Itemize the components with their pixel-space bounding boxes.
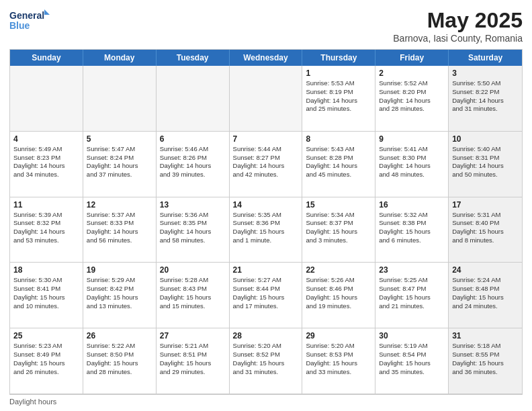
cell-date: 20 [160,265,226,275]
calendar-cell-1: 1Sunrise: 5:53 AM Sunset: 8:19 PM Daylig… [302,66,375,132]
title-area: May 2025 Barnova, Iasi County, Romania [393,8,523,44]
calendar-cell-empty [10,66,83,132]
cell-date: 23 [379,265,445,275]
day-header-wednesday: Wednesday [230,50,303,66]
cell-info: Sunrise: 5:41 AM Sunset: 8:30 PM Dayligh… [379,145,445,179]
calendar-cell-6: 6Sunrise: 5:46 AM Sunset: 8:26 PM Daylig… [157,132,230,197]
cell-info: Sunrise: 5:47 AM Sunset: 8:24 PM Dayligh… [87,145,152,179]
cell-date: 12 [87,200,152,210]
cell-date: 28 [233,331,299,340]
svg-marker-2 [44,9,50,15]
cell-info: Sunrise: 5:28 AM Sunset: 8:43 PM Dayligh… [160,276,226,310]
cell-info: Sunrise: 5:39 AM Sunset: 8:32 PM Dayligh… [13,211,79,245]
cell-info: Sunrise: 5:21 AM Sunset: 8:51 PM Dayligh… [160,342,226,376]
calendar-container: General Blue May 2025 Barnova, Iasi Coun… [0,0,532,411]
calendar-cell-17: 17Sunrise: 5:31 AM Sunset: 8:40 PM Dayli… [449,197,522,263]
cell-info: Sunrise: 5:29 AM Sunset: 8:42 PM Dayligh… [87,276,152,310]
cell-date: 14 [233,200,299,210]
calendar-cell-21: 21Sunrise: 5:27 AM Sunset: 8:44 PM Dayli… [230,263,303,328]
cell-date: 7 [233,134,299,144]
cell-info: Sunrise: 5:19 AM Sunset: 8:54 PM Dayligh… [379,342,445,376]
day-header-thursday: Thursday [302,50,375,66]
calendar-cell-19: 19Sunrise: 5:29 AM Sunset: 8:42 PM Dayli… [83,263,157,328]
calendar-cell-11: 11Sunrise: 5:39 AM Sunset: 8:32 PM Dayli… [10,197,83,263]
cell-date: 25 [13,331,79,340]
cell-date: 27 [160,331,226,340]
svg-text:General: General [9,10,44,21]
cell-info: Sunrise: 5:40 AM Sunset: 8:31 PM Dayligh… [452,145,519,179]
calendar-cell-31: 31Sunrise: 5:18 AM Sunset: 8:55 PM Dayli… [449,328,522,394]
calendar-cell-20: 20Sunrise: 5:28 AM Sunset: 8:43 PM Dayli… [157,263,230,328]
day-headers: SundayMondayTuesdayWednesdayThursdayFrid… [10,50,522,66]
cell-date: 10 [452,134,519,144]
calendar-cell-23: 23Sunrise: 5:25 AM Sunset: 8:47 PM Dayli… [375,263,449,328]
cell-info: Sunrise: 5:20 AM Sunset: 8:53 PM Dayligh… [306,342,371,376]
day-header-friday: Friday [375,50,449,66]
calendar-cell-30: 30Sunrise: 5:19 AM Sunset: 8:54 PM Dayli… [375,328,449,394]
cell-info: Sunrise: 5:27 AM Sunset: 8:44 PM Dayligh… [233,276,299,310]
calendar-cell-empty [230,66,303,132]
calendar-cell-5: 5Sunrise: 5:47 AM Sunset: 8:24 PM Daylig… [83,132,157,197]
logo: General Blue [9,8,50,32]
calendar-cell-8: 8Sunrise: 5:43 AM Sunset: 8:28 PM Daylig… [302,132,375,197]
day-header-sunday: Sunday [10,50,83,66]
calendar-grid: 1Sunrise: 5:53 AM Sunset: 8:19 PM Daylig… [10,66,522,394]
cell-date: 29 [306,331,371,340]
cell-date: 30 [379,331,445,340]
cell-info: Sunrise: 5:34 AM Sunset: 8:37 PM Dayligh… [306,211,371,245]
cell-info: Sunrise: 5:30 AM Sunset: 8:41 PM Dayligh… [13,276,79,310]
cell-info: Sunrise: 5:36 AM Sunset: 8:35 PM Dayligh… [160,211,226,245]
calendar-cell-29: 29Sunrise: 5:20 AM Sunset: 8:53 PM Dayli… [302,328,375,394]
cell-info: Sunrise: 5:23 AM Sunset: 8:49 PM Dayligh… [13,342,79,376]
cell-info: Sunrise: 5:32 AM Sunset: 8:38 PM Dayligh… [379,211,445,245]
calendar-cell-10: 10Sunrise: 5:40 AM Sunset: 8:31 PM Dayli… [449,132,522,197]
cell-date: 9 [379,134,445,144]
subtitle: Barnova, Iasi County, Romania [393,33,523,44]
calendar-cell-27: 27Sunrise: 5:21 AM Sunset: 8:51 PM Dayli… [157,328,230,394]
calendar-cell-empty [157,66,230,132]
cell-date: 11 [13,200,79,210]
cell-date: 24 [452,265,519,275]
calendar-cell-2: 2Sunrise: 5:52 AM Sunset: 8:20 PM Daylig… [375,66,449,132]
cell-info: Sunrise: 5:46 AM Sunset: 8:26 PM Dayligh… [160,145,226,179]
cell-date: 2 [379,68,445,78]
calendar-cell-14: 14Sunrise: 5:35 AM Sunset: 8:36 PM Dayli… [230,197,303,263]
cell-date: 3 [452,68,519,78]
cell-date: 1 [306,68,371,78]
calendar-cell-12: 12Sunrise: 5:37 AM Sunset: 8:33 PM Dayli… [83,197,157,263]
cell-info: Sunrise: 5:26 AM Sunset: 8:46 PM Dayligh… [306,276,371,310]
cell-info: Sunrise: 5:22 AM Sunset: 8:50 PM Dayligh… [87,342,152,376]
cell-info: Sunrise: 5:35 AM Sunset: 8:36 PM Dayligh… [233,211,299,245]
calendar-cell-9: 9Sunrise: 5:41 AM Sunset: 8:30 PM Daylig… [375,132,449,197]
cell-date: 5 [87,134,152,144]
cell-date: 18 [13,265,79,275]
calendar-cell-28: 28Sunrise: 5:20 AM Sunset: 8:52 PM Dayli… [230,328,303,394]
calendar-cell-24: 24Sunrise: 5:24 AM Sunset: 8:48 PM Dayli… [449,263,522,328]
day-header-monday: Monday [83,50,157,66]
cell-info: Sunrise: 5:20 AM Sunset: 8:52 PM Dayligh… [233,342,299,376]
cell-date: 22 [306,265,371,275]
logo-svg: General Blue [9,8,50,32]
cell-info: Sunrise: 5:18 AM Sunset: 8:55 PM Dayligh… [452,342,519,376]
cell-date: 21 [233,265,299,275]
calendar-cell-empty [83,66,157,132]
cell-date: 16 [379,200,445,210]
calendar-cell-25: 25Sunrise: 5:23 AM Sunset: 8:49 PM Dayli… [10,328,83,394]
cell-date: 19 [87,265,152,275]
calendar-cell-16: 16Sunrise: 5:32 AM Sunset: 8:38 PM Dayli… [375,197,449,263]
calendar-cell-26: 26Sunrise: 5:22 AM Sunset: 8:50 PM Dayli… [83,328,157,394]
footer: Daylight hours [9,398,523,406]
cell-info: Sunrise: 5:53 AM Sunset: 8:19 PM Dayligh… [306,79,371,113]
cell-info: Sunrise: 5:50 AM Sunset: 8:22 PM Dayligh… [452,79,519,113]
calendar: SundayMondayTuesdayWednesdayThursdayFrid… [9,49,523,395]
cell-date: 8 [306,134,371,144]
header: General Blue May 2025 Barnova, Iasi Coun… [9,8,523,44]
calendar-cell-22: 22Sunrise: 5:26 AM Sunset: 8:46 PM Dayli… [302,263,375,328]
cell-info: Sunrise: 5:44 AM Sunset: 8:27 PM Dayligh… [233,145,299,179]
calendar-cell-18: 18Sunrise: 5:30 AM Sunset: 8:41 PM Dayli… [10,263,83,328]
cell-date: 26 [87,331,152,340]
calendar-cell-7: 7Sunrise: 5:44 AM Sunset: 8:27 PM Daylig… [230,132,303,197]
cell-date: 17 [452,200,519,210]
main-title: May 2025 [393,8,523,33]
cell-info: Sunrise: 5:31 AM Sunset: 8:40 PM Dayligh… [452,211,519,245]
